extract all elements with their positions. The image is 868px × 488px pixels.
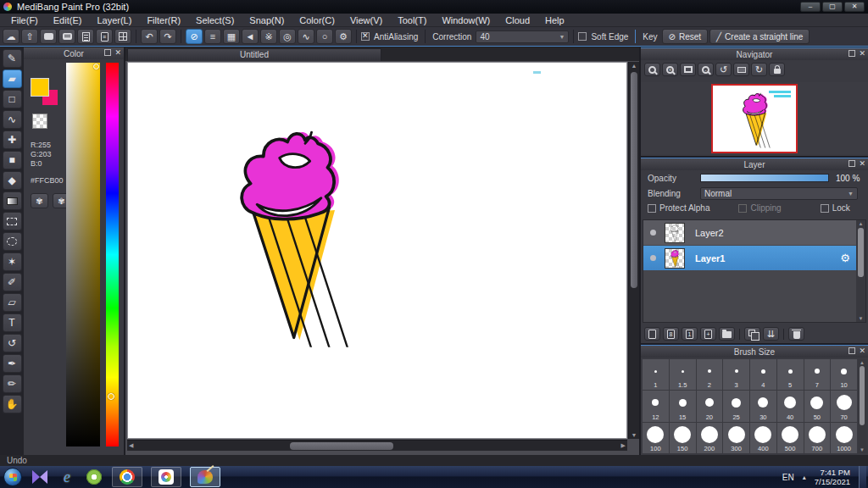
fit-screen-button[interactable] (680, 63, 696, 76)
saturation-value-picker[interactable] (66, 63, 100, 446)
scroll-up-icon[interactable]: ▲ (629, 63, 639, 69)
layer-row-layer2[interactable]: Layer2 (643, 220, 865, 245)
menu-colorc[interactable]: Color(C) (292, 15, 342, 25)
zoom-out-button[interactable]: - (698, 63, 714, 76)
lock-checkbox[interactable] (821, 204, 829, 213)
snap-vanishing-button[interactable]: ◄ (242, 29, 259, 44)
document-button[interactable] (77, 29, 94, 44)
medibang-paint-taskbar-button[interactable] (190, 467, 220, 487)
menu-filterr[interactable]: Filter(R) (139, 15, 188, 25)
layer-row-layer1[interactable]: Layer1⚙ (643, 246, 865, 270)
minimize-button[interactable]: – (800, 2, 821, 12)
rotate-reset-button[interactable] (733, 63, 749, 76)
snap-concentric-button[interactable]: ◎ (279, 29, 296, 44)
scroll-up-icon[interactable]: ▲ (858, 360, 866, 365)
menu-edite[interactable]: Edit(E) (46, 15, 90, 25)
brush-size-70[interactable]: 70 (831, 391, 857, 421)
brush-size-200[interactable]: 200 (697, 423, 723, 453)
hue-marker[interactable] (108, 393, 114, 400)
select-eraser-tool[interactable]: ▱ (3, 293, 22, 312)
publish-button[interactable]: ⇧ (21, 29, 38, 44)
brush-size-7[interactable]: 7 (804, 359, 831, 390)
add-layer-menu-button[interactable]: + (700, 327, 716, 341)
start-button[interactable] (3, 468, 22, 486)
brush-size-20[interactable]: 20 (697, 391, 723, 421)
brush-size-500[interactable]: 500 (777, 423, 804, 453)
pen-tool[interactable]: ✏ (3, 374, 22, 393)
popout-icon[interactable] (849, 347, 855, 354)
select-pen-tool[interactable]: ✐ (3, 273, 22, 291)
lasso-tool[interactable] (3, 232, 22, 251)
fill-rect-tool[interactable]: ■ (3, 151, 22, 169)
brush-scrollbar[interactable]: ▲ ▼ (858, 359, 866, 453)
medibang-launcher-taskbar-button[interactable] (151, 467, 181, 487)
brush-size-1.5[interactable]: 1.5 (670, 359, 696, 390)
foreground-color-swatch[interactable] (31, 78, 49, 97)
brush-size-30[interactable]: 30 (750, 391, 776, 421)
menu-viewv[interactable]: View(V) (342, 15, 390, 25)
close-icon[interactable]: ✕ (114, 48, 121, 57)
layer-scroll-handle[interactable] (858, 228, 864, 277)
rotate-tool[interactable]: ↺ (3, 334, 22, 352)
canvas-tab[interactable]: Untitled (127, 48, 381, 61)
new-1bit-layer-button[interactable]: 1 (682, 327, 698, 341)
menu-windoww[interactable]: Window(W) (434, 15, 498, 25)
opacity-slider[interactable] (700, 174, 829, 182)
menu-help[interactable]: Help (537, 15, 572, 25)
tray-expand-icon[interactable]: ▴ (803, 474, 806, 481)
sv-marker[interactable] (93, 64, 99, 69)
brush-size-300[interactable]: 300 (723, 423, 749, 453)
chrome-taskbar-button[interactable] (112, 467, 142, 487)
scroll-down-icon[interactable]: ▼ (858, 447, 866, 452)
snap-settings-button[interactable]: ⚙ (335, 29, 352, 44)
brush-size-4[interactable]: 4 (750, 359, 776, 390)
horizontal-scroll-handle[interactable] (290, 442, 393, 450)
select-tool[interactable] (3, 212, 22, 230)
text-tool[interactable]: T (3, 313, 22, 332)
brush-size-400[interactable]: 400 (750, 423, 776, 453)
correction-dropdown[interactable]: 40▼ (476, 30, 569, 43)
close-icon[interactable]: ✕ (859, 49, 865, 58)
navigator-thumbnail[interactable] (711, 84, 798, 153)
eraser-tool[interactable]: ▰ (3, 69, 22, 88)
clipping-checkbox[interactable] (738, 204, 747, 213)
antialiasing-checkbox[interactable] (361, 32, 370, 41)
brush-size-40[interactable]: 40 (777, 391, 804, 421)
close-icon[interactable]: ✕ (859, 159, 865, 168)
show-desktop-button[interactable] (859, 466, 866, 488)
layer-list-scrollbar[interactable]: ▲ ▼ (856, 220, 865, 322)
brush-size-2[interactable]: 2 (697, 359, 723, 390)
zoom-in-button[interactable]: + (662, 63, 678, 76)
create-straight-line-button[interactable]: ╱Create a straight line (709, 29, 810, 44)
cloud-button[interactable]: ☁ (3, 29, 19, 44)
brush-size-15[interactable]: 15 (670, 391, 696, 421)
brush-size-100[interactable]: 100 (643, 423, 669, 453)
move-tool[interactable]: ✚ (3, 130, 22, 149)
vertical-scroll-handle[interactable] (631, 72, 637, 288)
bucket-tool[interactable]: ◆ (3, 171, 22, 190)
clock[interactable]: 7:41 PM 7/15/2021 (815, 468, 850, 486)
protect-alpha-checkbox[interactable] (648, 204, 656, 213)
menu-snapn[interactable]: Snap(N) (242, 15, 292, 25)
tiles-button[interactable] (114, 29, 131, 44)
shape-tool[interactable]: □ (3, 90, 22, 108)
scroll-up-icon[interactable]: ▲ (856, 221, 865, 226)
brush-size-700[interactable]: 700 (804, 423, 831, 453)
snap-grid-button[interactable]: ▦ (223, 29, 240, 44)
hand-tool[interactable]: ✋ (3, 395, 22, 413)
canvas-horizontal-scrollbar[interactable]: ◀ ▶ (127, 440, 627, 451)
canvas-page[interactable] (127, 62, 627, 439)
brush-size-12[interactable]: 12 (643, 391, 669, 421)
rotate-left-button[interactable]: ↺ (715, 63, 732, 76)
brush-size-1[interactable]: 1 (643, 359, 669, 390)
snap-radial-button[interactable]: ※ (260, 29, 277, 44)
merge-layer-button[interactable]: ⇊ (763, 327, 779, 341)
menu-layerl[interactable]: Layer(L) (89, 15, 139, 25)
brush-size-10[interactable]: 10 (831, 359, 857, 390)
transparent-color-swatch[interactable] (32, 114, 47, 129)
palette-button[interactable]: ✾ (31, 193, 48, 208)
gear-icon[interactable]: ⚙ (840, 252, 850, 264)
snap-parallel-button[interactable]: ≡ (204, 29, 221, 44)
close-icon[interactable]: ✕ (859, 347, 865, 355)
scroll-down-icon[interactable]: ▼ (856, 316, 865, 321)
